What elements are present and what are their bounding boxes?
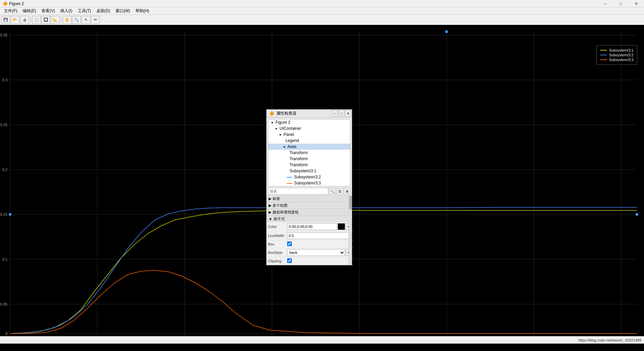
legend-line-3	[600, 59, 607, 60]
prop-row-box: Box	[267, 240, 352, 248]
prop-name-color: Color	[267, 222, 286, 231]
prop-row-clipping: Clipping	[267, 257, 352, 265]
svg-text:0.25: 0.25	[0, 123, 7, 127]
tree-item-subsystem32[interactable]: Subsystem/3:2	[268, 174, 350, 180]
toolbar-arrow[interactable]: ↖	[82, 16, 90, 24]
search-input[interactable]	[268, 188, 328, 195]
toolbar: 💾 📂 🖨 ⬜ 🔲 📐 ✋ 🔍 ↖ ✏	[0, 15, 644, 25]
tree-arrow-figure2: ▼	[271, 121, 274, 124]
tree-item-transform2[interactable]: Transform	[268, 156, 350, 162]
tree-item-panel[interactable]: ▼ Panel	[268, 131, 350, 138]
clipping-checkbox[interactable]	[287, 258, 292, 263]
tree-line-indicator-32	[287, 177, 292, 178]
title-icon: 🔶	[3, 1, 8, 6]
tree-item-subsystem31[interactable]: Subsystem/3:1	[268, 168, 350, 174]
close-button[interactable]: ✕	[628, 0, 644, 7]
search-button[interactable]: 🔍	[329, 188, 336, 195]
prop-value-boxstyle: back outline ▼	[286, 248, 352, 257]
section-label-1: 标签	[273, 196, 280, 201]
color-swatch[interactable]	[338, 223, 345, 230]
toolbar-zoom-in[interactable]: 🔲	[41, 16, 50, 24]
tree-label-transform3: Transform	[289, 163, 308, 167]
tree-label-legend: Legend	[285, 138, 299, 143]
menu-help[interactable]: 帮助(H)	[133, 7, 152, 14]
minimize-button[interactable]: ─	[597, 0, 613, 7]
toolbar-print[interactable]: 🖨	[20, 16, 29, 24]
tree-container[interactable]: ▼ Figure 2 ▼ UIContainer ▼ Panel Legend	[268, 119, 350, 186]
dialog-maximize[interactable]: □	[338, 110, 344, 116]
statusbar: https://blog.csdn.net/weixin_43321489	[0, 336, 644, 344]
toolbar-open[interactable]: 📂	[11, 16, 20, 24]
color-row: ▼	[287, 223, 351, 230]
prop-value-linewidth	[286, 231, 352, 240]
prop-row-linewidth: LineWidth	[267, 231, 352, 240]
section-label-3: 颜色和透明度组	[273, 210, 299, 215]
tree-label-subsystem31: Subsystem/3:1	[289, 169, 316, 173]
toolbar-sep-2	[61, 17, 61, 23]
toolbar-pan[interactable]: ✋	[63, 16, 71, 24]
prop-row-color: Color ▼	[267, 222, 352, 231]
status-url: https://blog.csdn.net/weixin_43321489	[578, 338, 641, 342]
svg-text:0.05: 0.05	[0, 302, 7, 306]
section-arrow-1: ▶	[269, 197, 271, 201]
legend-label-1: Subsystem/3:1	[609, 48, 634, 52]
prop-value-clipping	[286, 257, 352, 265]
plot-area[interactable]: 0.35 0.3 0.25 0.2 0.15 0.1 0.05 0 0 0.1 …	[0, 25, 644, 344]
tree-label-panel: Panel	[284, 132, 294, 137]
section-yanse[interactable]: ▶ 颜色和透明度组	[267, 209, 352, 215]
toolbar-save[interactable]: 💾	[1, 16, 10, 24]
filter-button[interactable]: ⊞	[344, 188, 350, 195]
menu-file[interactable]: 文件(F)	[1, 7, 20, 14]
menu-edit[interactable]: 编辑(E)	[20, 7, 39, 14]
toolbar-fit[interactable]: 📐	[51, 16, 60, 24]
prop-name-box: Box	[267, 240, 286, 248]
tree-arrow-s1	[287, 170, 288, 173]
boxstyle-dropdown-row: back outline ▼	[287, 249, 351, 256]
maximize-button[interactable]: □	[613, 0, 628, 7]
dialog-controls: ─ □ ✕	[332, 110, 351, 116]
prop-row-boxstyle: BoxStyle back outline ▼	[267, 248, 352, 257]
menu-window[interactable]: 窗口(W)	[113, 7, 133, 14]
linewidth-input[interactable]	[287, 232, 351, 239]
window-title: Figure 2	[9, 1, 24, 6]
legend-item-1: Subsystem/3:1	[600, 48, 634, 52]
tree-item-axes[interactable]: ▼ Axes	[268, 144, 350, 150]
menu-desktop[interactable]: 桌面(D)	[94, 7, 113, 14]
toolbar-zoom-box[interactable]: ⬜	[32, 16, 41, 24]
toolbar-edit[interactable]: ✏	[91, 16, 100, 24]
boxstyle-select[interactable]: back outline	[287, 249, 345, 256]
section-arrow-2: ▶	[269, 203, 271, 208]
section-biaozhu[interactable]: ▶ 标签	[267, 195, 352, 202]
tree-item-transform3[interactable]: Transform	[268, 162, 350, 168]
sort-button[interactable]: ☰	[336, 188, 343, 195]
prop-scrollbar[interactable]	[348, 195, 352, 265]
scrollbar-thumb[interactable]	[349, 196, 352, 209]
tree-item-legend[interactable]: Legend	[268, 138, 350, 144]
tree-item-subsystem33[interactable]: Subsystem/3:3	[268, 180, 350, 186]
legend-label-3: Subsystem/3:3	[609, 58, 634, 62]
svg-text:0.35: 0.35	[0, 33, 7, 37]
legend-line-2	[600, 55, 607, 55]
menubar: 文件(F) 编辑(E) 查看(V) 插入(I) 工具(T) 桌面(D) 窗口(W…	[0, 7, 644, 15]
dialog-title: 属性检查器	[276, 111, 297, 116]
tree-item-figure2[interactable]: ▼ Figure 2	[268, 119, 350, 125]
section-duoge[interactable]: ▶ 多个绘图	[267, 202, 352, 209]
menu-view[interactable]: 查看(V)	[39, 7, 58, 14]
tree-item-uicontainer[interactable]: ▼ UIContainer	[268, 125, 350, 131]
tree-item-transform1[interactable]: Transform	[268, 150, 350, 156]
dialog-minimize[interactable]: ─	[332, 110, 338, 116]
dialog-close[interactable]: ✕	[345, 110, 351, 116]
section-shuazi[interactable]: ▼ 刷子式	[267, 215, 352, 222]
box-checkbox[interactable]	[287, 241, 292, 246]
menu-insert[interactable]: 插入(I)	[58, 7, 75, 14]
tree-arrow-panel: ▼	[279, 133, 282, 137]
color-value-input[interactable]	[287, 223, 337, 230]
toolbar-zoom[interactable]: 🔍	[72, 16, 81, 24]
prop-inspector: 🔶 属性检查器 ─ □ ✕ ▼ Figure 2 ▼ UIContainer	[266, 109, 352, 265]
legend: Subsystem/3:1 Subsystem/3:2 Subsystem/3:…	[596, 45, 637, 65]
svg-text:0: 0	[5, 331, 7, 335]
tree-arrow-t1	[287, 151, 288, 155]
menu-tools[interactable]: 工具(T)	[75, 7, 94, 14]
legend-item-2: Subsystem/3:2	[600, 53, 634, 57]
prop-value-color: ▼	[286, 222, 352, 231]
